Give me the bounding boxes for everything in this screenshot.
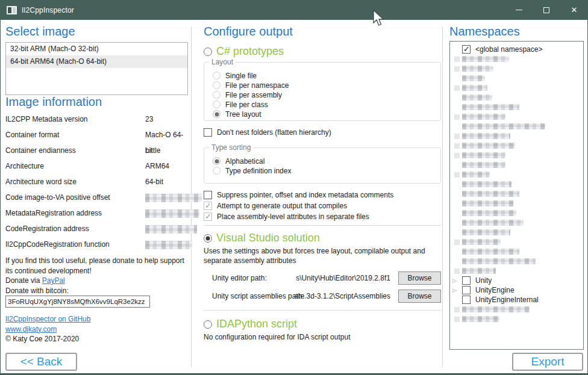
separate-files-checkbox-row[interactable]: Place assembly-level attributes in separ…: [204, 212, 369, 221]
csharp-prototypes-option[interactable]: C# prototypes: [204, 45, 284, 58]
unity-script-path-label: Unity script assemblies path:: [212, 292, 304, 300]
suppress-metadata-checkbox[interactable]: [204, 191, 212, 199]
type-sorting-option[interactable]: Type definition index: [213, 166, 440, 175]
namespace-item-global[interactable]: <global namespace>: [452, 45, 583, 54]
namespace-item-redacted[interactable]: [452, 247, 583, 256]
namespace-item-redacted[interactable]: [452, 112, 583, 122]
generate-compiles-checkbox[interactable]: [204, 202, 212, 210]
namespace-item-redacted[interactable]: [452, 170, 583, 179]
visual-studio-option[interactable]: Visual Studio solution: [204, 232, 320, 244]
namespace-item-unity[interactable]: ▷ Unity: [452, 276, 583, 285]
namespaces-listbox[interactable]: <global namespace> ▷ Unity ▷ UnityEngine…: [449, 41, 584, 350]
unity-script-path-row: Unity script assemblies path: ate.3d-3.1…: [204, 290, 441, 303]
suppress-label: Suppress pointer, offset and index metad…: [217, 191, 393, 199]
compiles-label: Attempt to generate output that compiles: [217, 202, 347, 210]
section-separator: [204, 225, 441, 226]
namespace-item-redacted[interactable]: [452, 141, 583, 150]
back-button[interactable]: << Back: [5, 353, 77, 371]
namespace-item-redacted[interactable]: [452, 237, 583, 247]
namespace-item-redacted[interactable]: [452, 218, 583, 228]
global-namespace-checkbox[interactable]: [462, 45, 471, 54]
namespace-item-redacted[interactable]: [452, 93, 583, 102]
redacted-namespace-text: [462, 66, 493, 72]
minimize-icon: [516, 10, 522, 10]
export-button[interactable]: Export: [512, 353, 583, 371]
unityengineinternal-checkbox[interactable]: [462, 296, 471, 304]
bitcoin-address-input[interactable]: [5, 296, 150, 308]
namespace-item-unityengine[interactable]: ▷ UnityEngine: [452, 285, 583, 295]
file-per-class-radio[interactable]: [213, 101, 220, 108]
image-listbox[interactable]: 32-bit ARM (Mach-O 32-bit) 64-bit ARM64 …: [5, 42, 188, 95]
expander-icon[interactable]: ▷: [452, 288, 457, 293]
info-label: IL2CPP Metadata version: [5, 111, 88, 127]
close-button[interactable]: ✕: [560, 0, 588, 20]
donate-text: If you find this tool useful, please don…: [5, 256, 190, 276]
file-per-assembly-radio[interactable]: [213, 91, 220, 99]
namespace-item-redacted[interactable]: [452, 256, 583, 266]
namespace-item-redacted[interactable]: [452, 228, 583, 237]
layout-option[interactable]: File per namespace: [213, 81, 440, 90]
namespace-item-redacted[interactable]: [452, 179, 583, 189]
image-list-item[interactable]: 32-bit ARM (Mach-O 32-bit): [6, 43, 187, 55]
layout-option[interactable]: Single file: [213, 71, 440, 80]
suppress-checkbox-row[interactable]: Suppress pointer, offset and index metad…: [204, 191, 393, 199]
namespace-item-redacted[interactable]: [452, 73, 583, 83]
minimize-button[interactable]: [505, 0, 533, 20]
idapython-label: IDAPython script: [216, 318, 297, 330]
namespace-item-redacted[interactable]: [452, 54, 583, 64]
namespace-item-redacted[interactable]: [452, 314, 583, 324]
namespace-item-redacted[interactable]: [452, 83, 583, 93]
namespace-item-redacted[interactable]: [452, 122, 583, 131]
image-list-item-selected[interactable]: 64-bit ARM64 (Mach-O 64-bit): [6, 55, 187, 68]
github-link[interactable]: Il2CppInspector on GitHub: [5, 315, 90, 323]
unity-checkbox[interactable]: [462, 276, 471, 285]
info-row: Architecture ARM64: [5, 158, 188, 174]
idapython-option[interactable]: IDAPython script: [204, 318, 297, 330]
redacted-checkbox: [454, 134, 460, 139]
namespace-item-redacted[interactable]: [452, 208, 583, 218]
namespace-item-redacted[interactable]: [452, 266, 583, 276]
browse-assemblies-button[interactable]: Browse: [398, 290, 441, 303]
layout-option[interactable]: File per class: [213, 100, 440, 109]
namespace-item-redacted[interactable]: [452, 160, 583, 170]
namespace-item-redacted[interactable]: [452, 131, 583, 141]
info-label: Container format: [5, 127, 59, 143]
maximize-button[interactable]: [533, 0, 560, 20]
paypal-link[interactable]: PayPal: [42, 276, 65, 285]
visual-studio-description: Uses the settings above but forces tree …: [204, 246, 434, 265]
assembly-attributes-checkbox[interactable]: [204, 212, 212, 221]
window-title: Il2CppInspector: [22, 6, 74, 14]
csharp-radio[interactable]: [204, 48, 212, 56]
visual-studio-radio[interactable]: [204, 234, 212, 243]
namespace-item-redacted[interactable]: [452, 150, 583, 160]
layout-option[interactable]: Tree layout: [213, 110, 440, 119]
website-link[interactable]: www.djkaty.com: [5, 325, 57, 333]
type-sorting-option[interactable]: Alphabetical: [213, 157, 440, 166]
alphabetical-radio[interactable]: [213, 157, 220, 165]
expander-icon[interactable]: ▷: [452, 278, 457, 284]
redacted-namespace-text: [462, 210, 516, 216]
namespace-item-redacted[interactable]: [452, 305, 583, 314]
namespace-item-redacted[interactable]: [452, 102, 583, 112]
browse-editor-button[interactable]: Browse: [398, 271, 441, 285]
redacted-namespace-text: [462, 56, 509, 62]
donate-paypal-prefix: Donate via: [5, 276, 42, 285]
unityengine-checkbox[interactable]: [462, 286, 471, 294]
flatten-checkbox-row[interactable]: Don't nest folders (flatten hierarchy): [204, 128, 331, 137]
tree-layout-radio[interactable]: [213, 110, 220, 118]
file-per-namespace-radio[interactable]: [213, 81, 220, 89]
type-definition-index-radio[interactable]: [213, 167, 220, 175]
flatten-checkbox[interactable]: [204, 128, 212, 137]
layout-option[interactable]: File per assembly: [213, 90, 440, 99]
option-label: Alphabetical: [225, 157, 264, 166]
idapython-radio[interactable]: [204, 320, 212, 329]
namespace-item-redacted[interactable]: [452, 199, 583, 208]
namespace-item-unityengineinternal[interactable]: UnityEngineInternal: [452, 295, 583, 305]
copyright-text: © Katy Coe 2017-2020: [5, 334, 90, 344]
donate-block: If you find this tool useful, please don…: [5, 256, 190, 308]
namespace-item-redacted[interactable]: [452, 189, 583, 199]
compiles-checkbox-row[interactable]: Attempt to generate output that compiles: [204, 202, 347, 210]
info-row: MetadataRegistration address: [5, 205, 188, 221]
namespace-item-redacted[interactable]: [452, 64, 583, 73]
single-file-radio[interactable]: [213, 72, 220, 79]
